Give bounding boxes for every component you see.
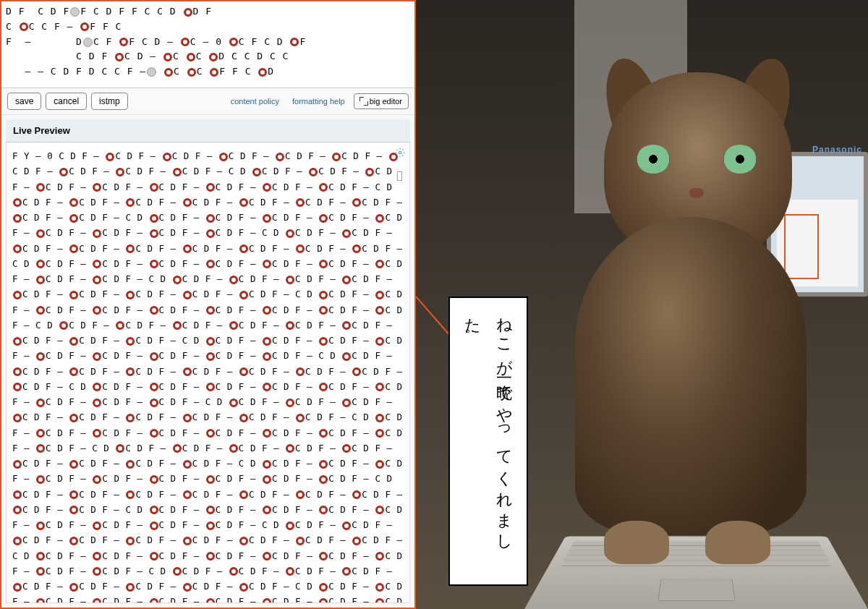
- formatting-help-link[interactable]: formatting help: [292, 97, 345, 106]
- cat-nose: [689, 188, 704, 198]
- cat-eye-left: [637, 145, 670, 174]
- laptop-trackpad: [658, 579, 735, 601]
- editor-toolbar: save cancel istmp content policy formatt…: [1, 88, 414, 115]
- cancel-button[interactable]: cancel: [46, 93, 87, 110]
- cat-paw-left: [604, 521, 669, 564]
- speech-callout: ねこが一晩でやってくれました。: [448, 297, 528, 586]
- callout-text: ねこが一晩でやってくれました。: [456, 307, 520, 576]
- cat-paw-right: [705, 521, 770, 564]
- cat: [532, 43, 835, 571]
- expand-icon: [360, 98, 367, 105]
- cat-eye-right: [723, 145, 757, 174]
- person-icon: 𓀠: [396, 167, 404, 177]
- content-policy-link[interactable]: content policy: [231, 97, 279, 106]
- cat-body: [575, 217, 807, 535]
- big-editor-label: big editor: [370, 97, 402, 106]
- markdown-editor[interactable]: D F C D FF C D F F C C D D F C C C F – F…: [1, 1, 414, 88]
- svg-point-0: [399, 151, 401, 154]
- istmp-button[interactable]: istmp: [91, 93, 128, 110]
- live-preview-body: 𓀠 F Y – 0 C D F – C D F – C D F – C D F …: [6, 142, 410, 603]
- live-preview-header: Live Preview: [6, 119, 410, 142]
- big-editor-button[interactable]: big editor: [354, 93, 409, 109]
- gear-icon[interactable]: [395, 147, 405, 157]
- editor-panel: D F C D FF C D F F C C D D F C C C F – F…: [0, 0, 416, 609]
- save-button[interactable]: save: [7, 93, 41, 110]
